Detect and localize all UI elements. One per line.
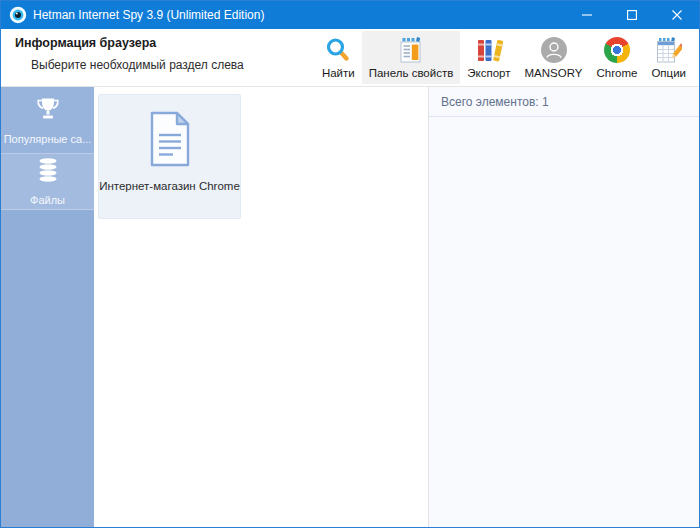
sidebar-item-popular-sites[interactable]: Популярные са...	[1, 87, 94, 154]
total-items-count: 1	[542, 95, 549, 109]
user-avatar-icon	[540, 35, 568, 65]
chrome-button[interactable]: Chrome	[589, 31, 644, 84]
options-icon	[655, 35, 682, 65]
total-items-status: Всего элементов: 1	[429, 87, 699, 117]
export-button[interactable]: Экспорт	[460, 31, 517, 84]
titlebar: Hetman Internet Spy 3.9 (Unlimited Editi…	[1, 1, 699, 29]
toolbar-actions: Найти	[315, 29, 699, 86]
sidebar-item-files[interactable]: Файлы	[1, 154, 94, 210]
window-body: Популярные са... Файлы	[1, 87, 699, 527]
details-panel: Всего элементов: 1	[428, 87, 699, 527]
minimize-button[interactable]	[564, 1, 609, 29]
options-button[interactable]: Опции	[644, 31, 693, 84]
section-subtitle: Выберите необходимый раздел слева	[31, 58, 244, 72]
total-items-label: Всего элементов:	[441, 95, 539, 109]
search-icon	[325, 35, 351, 65]
window-title: Hetman Internet Spy 3.9 (Unlimited Editi…	[33, 8, 264, 22]
document-icon	[146, 110, 194, 172]
account-button-label: MANSORY	[525, 67, 583, 79]
item-label: Интернет-магазин Chrome	[99, 180, 240, 192]
find-button-label: Найти	[322, 67, 355, 79]
toolbar-heading: Информация браузера Выберите необходимый…	[1, 29, 244, 86]
export-button-label: Экспорт	[467, 67, 510, 79]
sidebar: Популярные са... Файлы	[1, 87, 94, 527]
properties-panel-icon	[398, 35, 424, 65]
content-area: Интернет-магазин Chrome	[94, 87, 428, 527]
close-button[interactable]	[654, 1, 699, 29]
chrome-icon	[604, 35, 630, 65]
options-button-label: Опции	[651, 67, 686, 79]
account-button[interactable]: MANSORY	[518, 31, 590, 84]
toolbar: Информация браузера Выберите необходимый…	[1, 29, 699, 87]
sidebar-item-label: Популярные са...	[4, 133, 92, 145]
database-icon	[35, 157, 61, 187]
export-books-icon	[475, 35, 503, 65]
trophy-icon	[33, 96, 63, 126]
chrome-button-label: Chrome	[596, 67, 637, 79]
app-eye-icon	[9, 6, 27, 24]
close-icon	[672, 10, 682, 20]
properties-panel-button[interactable]: Панель свойств	[362, 31, 461, 84]
properties-panel-label: Панель свойств	[369, 67, 454, 79]
minimize-icon	[582, 10, 592, 20]
find-button[interactable]: Найти	[315, 31, 362, 84]
maximize-button[interactable]	[609, 1, 654, 29]
list-item-internet-store-chrome[interactable]: Интернет-магазин Chrome	[98, 94, 241, 219]
maximize-icon	[627, 10, 637, 20]
section-title: Информация браузера	[15, 36, 244, 50]
app-window: Hetman Internet Spy 3.9 (Unlimited Editi…	[0, 0, 700, 528]
sidebar-item-label: Файлы	[30, 194, 65, 206]
window-controls	[564, 1, 699, 29]
